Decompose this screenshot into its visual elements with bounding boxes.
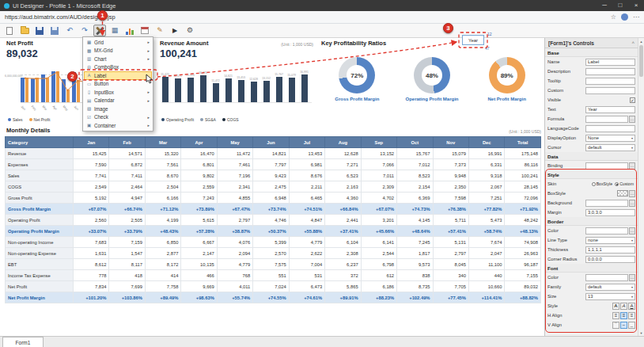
h-align-button[interactable]: ≡	[628, 312, 635, 319]
panel-scrollbar[interactable]: ▲ ▼	[638, 38, 644, 336]
edit-button[interactable]: ✎	[153, 25, 166, 36]
form1-tab[interactable]: Form1	[2, 337, 44, 347]
monthly-details-title: Monthly Details	[6, 127, 50, 134]
menu-item-check[interactable]: ☑Check▸	[84, 113, 152, 122]
table-row-operating-profit: Operating Profit2,5602,5054,1995,6152,79…	[6, 215, 541, 226]
section-data[interactable]: Data	[545, 152, 638, 161]
column-header: Jun	[253, 137, 289, 148]
scroll-down-icon[interactable]: ▼	[638, 330, 644, 336]
family-select[interactable]: default▾	[585, 284, 635, 291]
chart-button[interactable]	[123, 25, 136, 36]
skin-radio-custom[interactable]: Custom	[615, 181, 634, 186]
browser-menu-icon[interactable]: ⋯	[633, 13, 639, 21]
field-description: Description	[545, 67, 638, 76]
ratios-title: Key Profitability Ratios	[321, 40, 386, 47]
v-align-button[interactable]: −	[620, 322, 627, 329]
field-languagecode: LanguageCode	[545, 124, 638, 133]
h-align-button[interactable]: ≡	[620, 312, 627, 319]
submenu-arrow-icon: ▸	[147, 115, 150, 120]
color-input[interactable]	[585, 274, 628, 281]
color-input[interactable]	[585, 227, 628, 235]
field-name: NameLabel	[545, 57, 638, 67]
run-button[interactable]: ▶	[169, 25, 181, 36]
size-select[interactable]: 13▾	[585, 293, 635, 300]
menu-item-button[interactable]: ▭Button	[84, 80, 152, 89]
year-label-widget[interactable]: Year	[462, 35, 484, 45]
close-button[interactable]: ×	[628, 0, 644, 11]
binding-input[interactable]	[585, 162, 628, 170]
visible-checkbox[interactable]: ✓	[630, 97, 635, 103]
settings-button[interactable]: ⚙	[184, 25, 196, 36]
background-input[interactable]	[585, 200, 628, 207]
v-align-button[interactable]: _	[628, 322, 635, 329]
insert-control-button[interactable]	[93, 25, 106, 36]
minimize-button[interactable]: ─	[597, 0, 612, 11]
scroll-up-icon[interactable]: ▲	[638, 38, 644, 44]
boxstyle-swatch[interactable]	[617, 190, 628, 196]
margin-input[interactable]: 3,0,3,0	[585, 209, 635, 216]
collapse-icon[interactable]: ˄	[631, 40, 635, 45]
section-font[interactable]: Font	[545, 264, 638, 273]
column-header: Dec	[468, 137, 504, 148]
donut-89: 89%Net Profit Margin	[470, 57, 544, 101]
description-input[interactable]	[585, 68, 635, 75]
thickness-input[interactable]: 1,1,1,1	[585, 246, 635, 254]
formula-input[interactable]	[585, 116, 628, 123]
menu-item-container[interactable]: ▣Container▸	[84, 121, 152, 130]
name-input[interactable]: Label	[585, 59, 635, 66]
save-all-button[interactable]	[48, 25, 61, 36]
net-profit-title: Net Profit	[6, 40, 33, 47]
h-align-button[interactable]: ≡	[612, 312, 619, 319]
tooltip-input[interactable]	[585, 78, 635, 85]
menu-item-image[interactable]: ▨Image	[84, 105, 152, 113]
section-style[interactable]: Style	[545, 170, 638, 179]
donut-48: 48%Operating Profit Margin	[395, 57, 469, 101]
undo-button[interactable]: ↶	[63, 25, 76, 36]
boxstyle-ellipsis-button[interactable]: …	[629, 190, 635, 197]
open-button[interactable]	[18, 25, 31, 36]
calendar-button[interactable]	[138, 25, 151, 36]
style-button[interactable]: A	[628, 303, 635, 310]
redo-button[interactable]: ↷	[78, 25, 91, 36]
displayoption-select[interactable]: None▾	[585, 135, 635, 142]
formula-ellipsis-button[interactable]: …	[629, 116, 635, 123]
chart-icon: ▥	[86, 56, 92, 61]
save-button[interactable]	[33, 25, 46, 36]
cursor-select[interactable]: default▾	[585, 144, 635, 151]
column-header: Nov	[433, 137, 468, 148]
menu-item-mx-grid[interactable]: ▩MX-Grid▸	[84, 47, 152, 55]
color-ellipsis-button[interactable]: …	[629, 227, 635, 235]
section-border[interactable]: Border	[545, 217, 638, 226]
menu-item-label[interactable]: ALabel	[84, 71, 152, 80]
languagecode-input[interactable]	[585, 125, 635, 132]
binding-ellipsis-button[interactable]: …	[629, 162, 635, 170]
style-button[interactable]: A	[620, 303, 627, 310]
ratios-card: Key Profitability Ratios 72%Gross Profit…	[320, 40, 544, 124]
submenu-arrow-icon: ▸	[147, 98, 150, 103]
background-ellipsis-button[interactable]: …	[629, 200, 635, 207]
profile-avatar[interactable]	[621, 13, 628, 21]
menu-item-inputbox[interactable]: ▯InputBox▸	[84, 88, 152, 97]
color-ellipsis-button[interactable]: …	[629, 274, 635, 281]
custom-input[interactable]	[585, 87, 635, 94]
section-base[interactable]: Base	[545, 48, 638, 57]
table-row-income-tax-expense: Income Tax Expense7784184144667685515313…	[6, 270, 541, 281]
line-type-select[interactable]: none▾	[585, 237, 635, 244]
menu-item-grid[interactable]: ▦Grid▸	[84, 38, 152, 47]
donuts: 72%Gross Profit Margin48%Operating Profi…	[320, 57, 544, 101]
skin-radio-boxstyle[interactable]: BoxStyle	[592, 181, 612, 186]
style-button[interactable]: A	[612, 303, 619, 310]
panel-header[interactable]: [Form1]'s Controls ˄	[545, 38, 638, 48]
menu-item-chart[interactable]: ▥Chart▸	[84, 55, 152, 63]
new-document-button[interactable]	[3, 25, 16, 36]
scrollbar-thumb[interactable]	[639, 45, 643, 77]
grid-button[interactable]: ▦	[108, 25, 121, 36]
text-input[interactable]: Year	[585, 106, 635, 113]
menu-item-calendar[interactable]: ▤Calendar▸	[84, 97, 152, 105]
maximize-button[interactable]: □	[612, 0, 628, 11]
favorites-star-icon[interactable]: ☆	[611, 13, 616, 21]
v-align-button[interactable]: ¯	[612, 322, 619, 329]
corner-radius-input[interactable]: 0,0,0,0	[585, 256, 635, 263]
menu-item-combobox[interactable]: ⊟ComboBox	[84, 63, 152, 72]
field-line-type: Line Typenone▾	[545, 235, 638, 245]
